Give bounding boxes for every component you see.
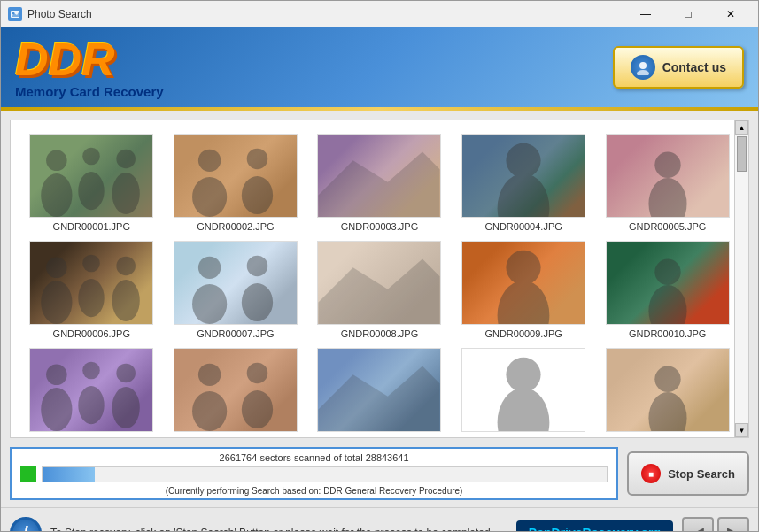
minimize-button[interactable]: — — [625, 4, 666, 24]
photo-thumbnail — [317, 348, 441, 432]
list-item[interactable]: GNDR00007.JPG — [168, 241, 304, 339]
photo-thumbnail — [29, 241, 153, 325]
list-item[interactable]: GNDR00002.JPG — [168, 134, 304, 232]
scroll-thumb[interactable] — [737, 136, 747, 172]
svg-point-35 — [46, 365, 66, 385]
svg-point-40 — [112, 387, 140, 428]
svg-point-33 — [654, 259, 680, 285]
svg-point-26 — [198, 257, 221, 279]
svg-point-41 — [198, 364, 221, 386]
list-item[interactable]: GNDR00006.JPG — [24, 241, 159, 339]
svg-point-17 — [498, 173, 550, 217]
svg-point-21 — [42, 281, 73, 324]
title-bar-controls: — □ ✕ — [625, 4, 751, 24]
list-item[interactable]: GNDR00012.JPG — [168, 348, 304, 437]
svg-marker-30 — [319, 259, 440, 324]
svg-point-22 — [83, 255, 101, 273]
photo-grid: GNDR00001.JPGGNDR00002.JPGGNDR00003.JPGG… — [11, 120, 748, 437]
list-item[interactable]: GNDR00009.JPG — [456, 241, 592, 339]
scroll-up-button[interactable]: ▲ — [735, 120, 748, 135]
list-item[interactable]: GNDR00011.JPG — [24, 348, 159, 437]
list-item[interactable]: GNDR00010.JPG — [600, 241, 735, 339]
svg-marker-45 — [319, 366, 440, 431]
progress-bar-background — [42, 466, 608, 482]
nav-back-button[interactable]: ◀ — [682, 517, 714, 533]
contact-button[interactable]: Contact us — [613, 46, 744, 89]
photo-thumbnail — [461, 134, 585, 218]
header-logo: DDR Memory Card Recovery — [15, 36, 164, 99]
nav-forward-button[interactable]: ▶ — [717, 517, 749, 533]
scroll-track — [735, 135, 748, 423]
list-item[interactable]: GNDR00015.JPG — [600, 348, 735, 437]
app-icon — [8, 7, 22, 21]
title-bar: Photo Search — □ ✕ — [1, 1, 758, 27]
scroll-down-button[interactable]: ▼ — [735, 423, 748, 437]
svg-point-25 — [112, 280, 140, 321]
list-item[interactable]: GNDR00005.JPG — [600, 134, 735, 232]
svg-point-36 — [42, 388, 73, 431]
progress-procedure-text: (Currently performing Search based on: D… — [20, 486, 608, 496]
photo-thumbnail — [606, 134, 730, 218]
list-item[interactable]: GNDR00014.JPG — [456, 348, 592, 437]
svg-point-47 — [498, 388, 550, 431]
svg-point-44 — [242, 390, 273, 428]
svg-point-8 — [79, 172, 105, 210]
maximize-button[interactable]: □ — [668, 4, 709, 24]
svg-point-7 — [83, 148, 101, 166]
header: DDR Memory Card Recovery Contact us — [1, 27, 758, 107]
title-bar-text: Photo Search — [27, 8, 92, 20]
photo-thumbnail — [174, 241, 298, 325]
svg-point-5 — [46, 150, 66, 171]
photo-label: GNDR00009.JPG — [484, 328, 562, 339]
photo-label: GNDR00001.JPG — [53, 221, 130, 232]
svg-point-20 — [46, 258, 66, 278]
svg-point-9 — [117, 150, 136, 169]
scrollbar[interactable]: ▲ ▼ — [734, 120, 748, 437]
svg-point-38 — [79, 386, 105, 424]
title-bar-left: Photo Search — [8, 7, 92, 21]
svg-point-23 — [79, 279, 105, 317]
svg-point-31 — [507, 251, 541, 285]
svg-point-34 — [648, 285, 686, 324]
photo-label: GNDR00011.JPG — [53, 436, 130, 437]
list-item[interactable]: GNDR00013.JPG — [312, 348, 447, 437]
svg-point-3 — [639, 62, 647, 69]
svg-point-11 — [198, 150, 221, 172]
main-content: GNDR00001.JPGGNDR00002.JPGGNDR00003.JPGG… — [1, 111, 758, 447]
list-item[interactable]: GNDR00008.JPG — [312, 241, 447, 339]
logo-ddr: DDR — [15, 36, 164, 82]
svg-point-49 — [648, 392, 686, 431]
svg-point-10 — [112, 173, 140, 214]
svg-point-16 — [507, 143, 541, 178]
svg-point-39 — [117, 364, 136, 383]
stop-icon: ■ — [641, 464, 661, 483]
progress-sectors-text: 2661764 sectors scanned of total 2884364… — [20, 452, 608, 463]
photo-grid-container: GNDR00001.JPGGNDR00002.JPGGNDR00003.JPGG… — [10, 120, 749, 438]
photo-thumbnail — [461, 241, 585, 325]
photo-label: GNDR00014.JPG — [484, 436, 562, 437]
progress-area: 2661764 sectors scanned of total 2884364… — [1, 447, 758, 507]
svg-point-18 — [654, 152, 680, 178]
list-item[interactable]: GNDR00004.JPG — [456, 134, 592, 232]
close-button[interactable]: ✕ — [710, 4, 751, 24]
svg-point-37 — [83, 362, 101, 380]
svg-point-14 — [242, 176, 273, 214]
progress-indicator — [20, 466, 36, 482]
list-item[interactable]: GNDR00001.JPG — [24, 134, 159, 232]
svg-point-48 — [654, 366, 680, 392]
svg-point-43 — [247, 363, 267, 383]
photo-thumbnail — [174, 134, 298, 218]
photo-label: GNDR00002.JPG — [197, 221, 274, 232]
stop-search-button[interactable]: ■ Stop Search — [627, 451, 749, 496]
svg-marker-15 — [319, 152, 440, 217]
photo-label: GNDR00005.JPG — [629, 221, 706, 232]
list-item[interactable]: GNDR00003.JPG — [312, 134, 447, 232]
svg-point-12 — [192, 177, 227, 217]
nav-buttons: ◀ ▶ — [682, 517, 749, 533]
progress-bar-container — [20, 466, 608, 482]
photo-thumbnail — [29, 348, 153, 432]
photo-label: GNDR00006.JPG — [53, 328, 130, 339]
photo-thumbnail — [317, 241, 441, 325]
website-badge: PenDriveRecovery.org — [516, 520, 673, 533]
photo-thumbnail — [606, 241, 730, 325]
